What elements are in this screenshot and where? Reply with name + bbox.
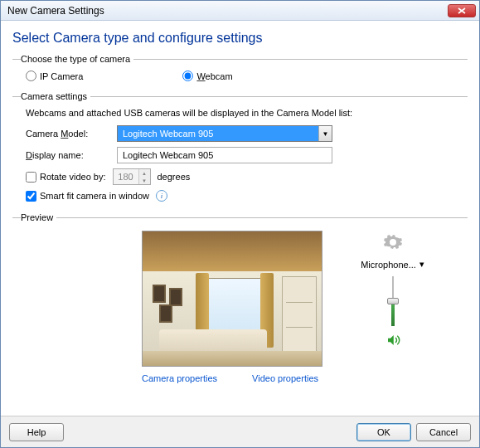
page-title: Select Camera type and configure setting…: [12, 31, 468, 46]
help-button[interactable]: Help: [9, 423, 64, 441]
radio-webcam-input[interactable]: [182, 71, 193, 81]
chevron-down-icon: ▼: [322, 130, 329, 138]
dialog-content: Select Camera type and configure setting…: [1, 21, 479, 416]
rotate-value: 180: [114, 169, 138, 184]
camera-model-value: Logitech Webcam 905: [118, 126, 318, 141]
rotate-degrees-spinner[interactable]: 180 ▲ ▼: [113, 168, 151, 185]
ok-button[interactable]: OK: [356, 423, 411, 441]
spin-down-icon[interactable]: ▼: [139, 177, 150, 184]
preview-group: Preview Camera properties Video properti…: [12, 212, 468, 388]
preview-center: Camera properties Video properties: [142, 231, 322, 383]
microphone-label: Microphone...: [361, 260, 416, 270]
preview-legend: Preview: [21, 212, 56, 222]
spinner-buttons[interactable]: ▲ ▼: [138, 169, 150, 184]
label-display-name: Display name:: [26, 150, 109, 160]
close-icon: [458, 7, 466, 14]
radio-webcam-label: Webcam: [196, 71, 232, 81]
preview-controls: Microphone... ▾: [322, 231, 463, 383]
dialog-window: New Camera Settings Select Camera type a…: [0, 0, 480, 448]
camera-type-group: Choose the type of camera IP Camera Webc…: [12, 54, 468, 88]
close-button[interactable]: [448, 4, 476, 17]
row-rotate-video: Rotate video by: 180 ▲ ▼ degrees: [21, 166, 468, 187]
row-smart-fit: Smart fit camera in window i: [21, 187, 468, 204]
spin-up-icon[interactable]: ▲: [139, 169, 150, 177]
info-icon[interactable]: i: [156, 190, 167, 202]
rotate-checkbox[interactable]: [26, 172, 36, 183]
volume-slider[interactable]: [385, 276, 401, 326]
titlebar[interactable]: New Camera Settings: [1, 1, 479, 21]
gear-icon[interactable]: [383, 232, 403, 252]
smart-fit-checkbox[interactable]: [26, 191, 36, 202]
rotate-unit: degrees: [158, 172, 191, 182]
radio-ip-input[interactable]: [26, 71, 36, 81]
label-camera-model: Camera Model:: [26, 129, 109, 139]
row-camera-model: Camera Model: Logitech Webcam 905 ▼: [21, 123, 468, 144]
cancel-button[interactable]: Cancel: [416, 423, 471, 441]
display-name-input[interactable]: [117, 147, 332, 163]
settings-info-text: Webcams and attached USB cameras will be…: [21, 106, 468, 123]
row-display-name: Display name:: [21, 144, 468, 166]
camera-preview-image: [142, 231, 322, 367]
window-title: New Camera Settings: [7, 5, 104, 17]
dialog-footer: Help OK Cancel: [1, 416, 479, 447]
smart-fit-label: Smart fit camera in window: [40, 191, 149, 201]
link-video-properties[interactable]: Video properties: [252, 373, 318, 383]
rotate-label: Rotate video by:: [40, 172, 106, 182]
camera-type-legend: Choose the type of camera: [21, 54, 133, 64]
camera-model-dropdown-button[interactable]: ▼: [318, 126, 332, 141]
camera-settings-legend: Camera settings: [21, 91, 90, 101]
camera-model-select[interactable]: Logitech Webcam 905 ▼: [117, 125, 332, 142]
radio-ip-label: IP Camera: [40, 71, 83, 81]
chevron-down-icon: ▾: [419, 259, 424, 270]
microphone-select[interactable]: Microphone... ▾: [361, 259, 424, 270]
camera-settings-group: Camera settings Webcams and attached USB…: [12, 91, 468, 209]
link-camera-properties[interactable]: Camera properties: [142, 373, 217, 383]
radio-webcam[interactable]: Webcam: [182, 71, 232, 81]
speaker-icon[interactable]: [385, 333, 400, 348]
radio-ip-camera[interactable]: IP Camera: [26, 71, 83, 81]
